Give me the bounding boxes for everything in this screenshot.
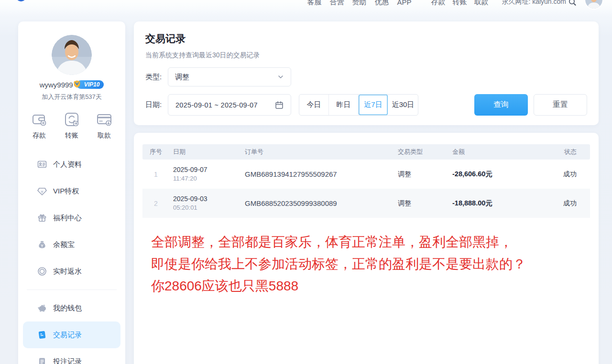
transaction-records-icon: [37, 330, 47, 340]
user-avatar[interactable]: [52, 35, 92, 75]
sidebar-item-my-wallet[interactable]: 我的钱包: [23, 295, 120, 321]
main-content: 交易记录 当前系统支持查询最近30日的交易记录 类型: 调整 日期: 2025-…: [134, 21, 599, 364]
transfer-icon: [63, 111, 80, 128]
sidebar-item-yuebao[interactable]: 余额宝: [23, 231, 120, 258]
table-body: 1 2025-09-07 11:47:20 GMB689139412795550…: [142, 160, 590, 218]
username: wywy9999: [40, 81, 73, 89]
cell-order-number: GMB6885202350999380089: [241, 199, 394, 207]
cell-index: 2: [142, 200, 169, 207]
vip-shield-icon: [73, 80, 81, 88]
date-range-input[interactable]: 2025-09-01 ~ 2025-09-07: [168, 94, 291, 116]
calendar-icon: [275, 101, 284, 109]
piggy-bank-icon: [37, 303, 47, 313]
quick-action-withdraw[interactable]: 取款: [96, 111, 113, 140]
header-index: 序号: [142, 148, 169, 156]
quick-action-deposit[interactable]: 存款: [31, 111, 48, 140]
money-bag-icon: [37, 240, 47, 249]
cell-date-day: 2025-09-07: [173, 165, 241, 174]
annotation-line: 全部调整，全部都是百家乐，体育正常注单，盈利全部黑掉，: [151, 231, 590, 253]
cell-transaction-type: 调整: [394, 170, 447, 179]
sidebar: wywy9999 VIP10 加入开云体育第537天 存款: [18, 21, 125, 364]
permanent-url: 永久网址: kaiyun.com: [502, 0, 566, 6]
quick-action-label: 转账: [65, 131, 78, 140]
sidebar-item-label: 交易记录: [53, 331, 82, 340]
header-amount: 金额: [447, 148, 526, 156]
card-withdraw-icon: [96, 111, 113, 128]
quick-action-label: 存款: [33, 131, 46, 140]
cell-date-time: 05:20:01: [173, 203, 241, 213]
sidebar-item-label: 投注记录: [53, 357, 82, 364]
nav-sponsorship[interactable]: 赞助: [352, 0, 366, 7]
nav-app[interactable]: APP: [397, 0, 411, 6]
sidebar-item-label: 我的钱包: [53, 304, 82, 313]
nav-partnership[interactable]: 合营: [329, 0, 344, 7]
search-icon[interactable]: [568, 0, 577, 6]
nav-withdraw[interactable]: 取款: [474, 0, 488, 7]
sidebar-menu: 个人资料 VIP特权 福利中心 余额宝: [18, 151, 125, 285]
reset-button[interactable]: 重置: [534, 94, 587, 116]
nav-deposit[interactable]: 存款: [431, 0, 445, 7]
sidebar-item-vip[interactable]: VIP特权: [23, 178, 120, 204]
annotation-line: 即使是你给我上不参加活动标签，正常的盈利是不是要出款的？: [151, 253, 590, 275]
cell-order-number: GMB6891394127955509267: [241, 170, 394, 178]
sidebar-wallet-menu: 我的钱包 交易记录 投注记录: [18, 295, 125, 364]
query-button[interactable]: 查询: [474, 94, 528, 116]
type-filter-row: 类型: 调整: [145, 67, 587, 86]
cell-date-day: 2025-09-03: [173, 194, 241, 203]
filter-card: 交易记录 当前系统支持查询最近30日的交易记录 类型: 调整 日期: 2025-…: [134, 21, 599, 125]
table-row[interactable]: 1 2025-09-07 11:47:20 GMB689139412795550…: [142, 160, 590, 189]
rebate-coin-icon: [37, 267, 47, 276]
range-today-button[interactable]: 今日: [299, 95, 329, 115]
header-date: 日期: [169, 148, 241, 156]
quick-action-transfer[interactable]: 转账: [63, 111, 80, 140]
page-subtitle: 当前系统支持查询最近30日的交易记录: [145, 51, 587, 60]
type-select[interactable]: 调整: [168, 67, 291, 86]
type-select-value: 调整: [175, 73, 189, 82]
date-range-value: 2025-09-01 ~ 2025-09-07: [175, 101, 271, 109]
table-header: 序号 日期 订单号 交易类型 金额 状态: [142, 144, 590, 160]
vip-level-label: VIP10: [84, 81, 100, 88]
date-filter-row: 日期: 2025-09-01 ~ 2025-09-07 今日 昨日 近7日 近3…: [145, 94, 587, 116]
vip-badge[interactable]: VIP10: [76, 80, 104, 89]
complaint-annotation: 全部调整，全部都是百家乐，体育正常注单，盈利全部黑掉， 即使是你给我上不参加活动…: [151, 231, 590, 297]
sidebar-item-label: 余额宝: [53, 240, 75, 249]
range-yesterday-button[interactable]: 昨日: [329, 95, 359, 115]
cell-status: 成功: [526, 199, 590, 208]
nav-customer-service[interactable]: 客服: [307, 0, 321, 7]
sidebar-item-label: 实时返水: [53, 267, 82, 276]
chevron-down-icon: [277, 74, 284, 80]
sidebar-item-profile[interactable]: 个人资料: [23, 151, 120, 178]
nav-wallet-group: 存款 转账 取款: [424, 0, 488, 7]
header-type: 交易类型: [394, 148, 447, 156]
cell-amount: -28,606.60元: [447, 170, 526, 179]
quick-range-group: 今日 昨日 近7日 近30日: [299, 94, 418, 116]
user-avatar-small[interactable]: [585, 0, 602, 9]
quick-actions: 存款 转账 取款: [18, 101, 125, 140]
cell-index: 1: [142, 171, 169, 178]
annotation-line: 你28606应该也只黑5888: [151, 275, 590, 297]
page-title: 交易记录: [145, 32, 587, 45]
header-status: 状态: [526, 148, 590, 156]
sidebar-item-rebate[interactable]: 实时返水: [23, 258, 120, 285]
bet-records-icon: [37, 357, 47, 364]
sidebar-item-benefits[interactable]: 福利中心: [23, 204, 120, 231]
sidebar-item-label: VIP特权: [53, 187, 79, 196]
table-row[interactable]: 2 2025-09-03 05:20:01 GMB688520235099938…: [142, 189, 590, 218]
range-last7days-button[interactable]: 近7日: [359, 95, 388, 115]
records-card: 序号 日期 订单号 交易类型 金额 状态 1 2025-09-07 11:47:…: [134, 133, 599, 364]
type-label: 类型:: [145, 73, 168, 82]
cell-date: 2025-09-07 11:47:20: [169, 165, 241, 183]
top-navigation: 客服 合营 赞助 优惠 APP 存款 转账 取款 永久网址: kaiyun.co…: [0, 0, 612, 8]
filter-actions: 查询 重置: [474, 94, 587, 116]
range-last30days-button[interactable]: 近30日: [388, 95, 418, 115]
nav-transfer[interactable]: 转账: [452, 0, 467, 7]
cell-amount: -18,888.00元: [447, 199, 526, 208]
gem-icon: [37, 186, 47, 196]
profile-section: wywy9999 VIP10 加入开云体育第537天: [18, 21, 125, 101]
date-label: 日期:: [145, 100, 168, 109]
id-card-icon: [37, 160, 47, 169]
sidebar-item-bet-records[interactable]: 投注记录: [23, 348, 120, 364]
wallet-deposit-icon: [31, 111, 48, 128]
sidebar-item-transaction-records[interactable]: 交易记录: [23, 321, 120, 348]
nav-promotions[interactable]: 优惠: [374, 0, 389, 7]
